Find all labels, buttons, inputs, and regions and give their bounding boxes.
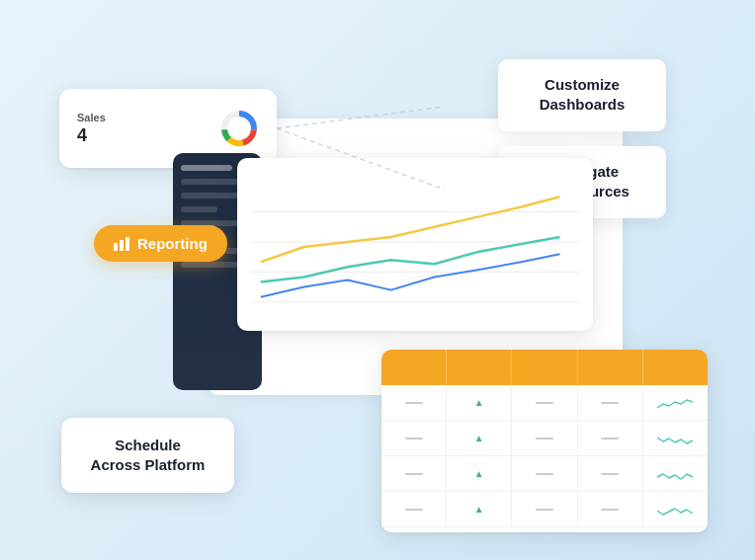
reporting-pill[interactable]: Reporting bbox=[94, 225, 227, 262]
table-row: ▲ bbox=[381, 421, 708, 456]
table-cell-arrow: ▲ bbox=[447, 385, 512, 420]
sparkline-icon bbox=[655, 501, 695, 519]
sparkline-icon bbox=[655, 394, 695, 412]
table-cell bbox=[381, 456, 447, 491]
table-cell bbox=[578, 421, 643, 455]
table-row: ▲ bbox=[381, 456, 708, 492]
svg-rect-5 bbox=[114, 243, 118, 251]
schedule-title: ScheduleAcross Platform bbox=[81, 436, 214, 476]
up-arrow-icon: ▲ bbox=[474, 504, 484, 515]
table-cell-arrow: ▲ bbox=[447, 456, 512, 491]
table-cell-sparkline bbox=[643, 385, 708, 420]
table-cell-arrow: ▲ bbox=[447, 492, 512, 526]
schedule-card: ScheduleAcross Platform bbox=[61, 418, 234, 494]
sidebar-line-8 bbox=[181, 262, 239, 268]
sparkline-icon bbox=[655, 465, 695, 483]
scene: Sales 4 Reportin bbox=[0, 0, 755, 560]
table-row: ▲ bbox=[381, 492, 708, 527]
table-header-cell-4 bbox=[578, 350, 643, 385]
sparkline-icon bbox=[655, 430, 695, 447]
customize-title: CustomizeDashboards bbox=[520, 75, 644, 116]
table-cell bbox=[381, 385, 447, 420]
table-cell-arrow: ▲ bbox=[447, 421, 512, 455]
bar-chart-icon bbox=[114, 237, 129, 251]
donut-chart-icon bbox=[219, 109, 259, 148]
sales-text: Sales 4 bbox=[77, 112, 106, 146]
table-cell bbox=[381, 492, 447, 526]
table-cell bbox=[578, 456, 643, 491]
table-cell bbox=[578, 492, 643, 526]
table-cell-sparkline bbox=[643, 492, 708, 526]
svg-rect-6 bbox=[120, 240, 124, 251]
customize-card: CustomizeDashboards bbox=[498, 59, 666, 131]
table-cell bbox=[381, 421, 447, 455]
svg-rect-7 bbox=[126, 237, 129, 251]
table-cell-sparkline bbox=[643, 456, 708, 491]
up-arrow-icon: ▲ bbox=[474, 397, 484, 408]
sales-label: Sales bbox=[77, 112, 106, 123]
sidebar-line-4 bbox=[181, 206, 217, 212]
table-row: ▲ bbox=[381, 385, 708, 421]
table-header-cell-1 bbox=[381, 350, 447, 385]
table-cell bbox=[512, 456, 577, 491]
line-chart-card bbox=[237, 158, 593, 331]
table-header bbox=[381, 350, 708, 385]
table-header-cell-3 bbox=[512, 350, 577, 385]
table-header-cell-2 bbox=[447, 350, 512, 385]
table-cell bbox=[512, 492, 577, 526]
reporting-label: Reporting bbox=[137, 235, 208, 252]
table-cell bbox=[512, 421, 577, 455]
sales-value: 4 bbox=[77, 125, 106, 146]
sidebar-line-1 bbox=[181, 165, 232, 171]
up-arrow-icon: ▲ bbox=[474, 468, 484, 479]
table-body: ▲ ▲ bbox=[381, 385, 708, 527]
table-cell-sparkline bbox=[643, 421, 708, 455]
table-cell bbox=[578, 385, 643, 420]
line-chart bbox=[251, 172, 579, 317]
table-cell bbox=[512, 385, 577, 420]
data-table-card: ▲ ▲ bbox=[381, 350, 708, 532]
table-header-cell-5 bbox=[643, 350, 708, 385]
up-arrow-icon: ▲ bbox=[474, 433, 484, 443]
